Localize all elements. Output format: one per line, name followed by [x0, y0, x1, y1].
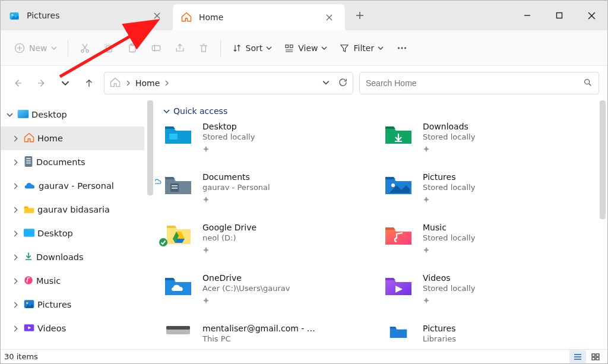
home-icon — [23, 132, 35, 145]
search-input[interactable] — [366, 78, 578, 88]
search-icon[interactable] — [583, 78, 593, 89]
qa-item-onedrive[interactable]: OneDrive Acer (C:)\Users\gaurav — [161, 273, 375, 306]
maximize-button[interactable] — [543, 1, 575, 30]
item-title: Downloads — [423, 122, 475, 131]
filter-button[interactable]: Filter — [334, 36, 388, 60]
tree-label: Desktop — [37, 229, 73, 238]
chevron-right-icon[interactable] — [10, 276, 21, 286]
close-window-button[interactable] — [575, 1, 607, 30]
svg-rect-31 — [172, 188, 178, 189]
sidebar-scrollbar[interactable] — [144, 100, 155, 349]
chevron-right-icon[interactable] — [10, 252, 21, 262]
details-view-button[interactable] — [569, 350, 586, 363]
tree-item-home[interactable]: Home — [1, 126, 155, 150]
refresh-button[interactable] — [338, 77, 348, 89]
chevron-down-icon — [51, 45, 57, 51]
filter-icon — [339, 43, 350, 53]
new-button[interactable]: New — [9, 36, 62, 60]
breadcrumb-location[interactable]: Home — [135, 78, 160, 88]
item-subtitle: Stored locally — [423, 284, 475, 293]
chevron-right-icon[interactable] — [10, 204, 21, 215]
close-icon[interactable] — [148, 7, 165, 24]
qa-item-mentaliser[interactable]: mentaliser@gmail.com - … This PC — [161, 324, 375, 343]
chevron-right-icon[interactable] — [10, 157, 21, 167]
svg-rect-20 — [26, 158, 30, 159]
forward-button[interactable] — [33, 74, 50, 92]
chevron-down-icon — [163, 108, 170, 115]
address-bar[interactable]: Home — [104, 72, 353, 94]
qa-item-music[interactable]: Music Stored locally — [381, 223, 596, 255]
divider — [220, 40, 221, 56]
svg-rect-22 — [26, 162, 30, 163]
copy-icon — [103, 42, 115, 54]
address-dropdown[interactable] — [322, 78, 330, 88]
tree-item-desktop[interactable]: Desktop — [1, 221, 155, 245]
chevron-down-icon[interactable] — [4, 109, 15, 120]
qa-item-downloads[interactable]: Downloads Stored locally — [381, 122, 596, 154]
rename-button[interactable] — [145, 36, 167, 60]
history-dropdown[interactable] — [56, 74, 74, 92]
pin-icon — [202, 246, 256, 255]
pictures-folder-icon — [381, 172, 416, 196]
search-box[interactable] — [359, 72, 599, 94]
drive-icon — [161, 324, 195, 337]
nav-row: Home — [1, 66, 607, 100]
tree-item-onedrive-personal[interactable]: gaurav - Personal — [1, 174, 155, 198]
delete-icon — [198, 42, 210, 54]
chevron-right-icon[interactable] — [10, 323, 21, 334]
tree-item-desktop[interactable]: Desktop — [1, 103, 155, 126]
item-subtitle: Libraries — [423, 334, 456, 343]
svg-rect-40 — [596, 354, 599, 356]
tree-item-downloads[interactable]: Downloads — [1, 245, 155, 269]
tab-home[interactable]: Home — [173, 4, 345, 30]
qa-item-desktop[interactable]: Desktop Stored locally — [161, 122, 375, 154]
new-tab-button[interactable] — [345, 1, 375, 30]
more-button[interactable] — [391, 36, 413, 60]
qa-item-pictures-library[interactable]: Pictures Libraries — [381, 324, 596, 343]
tree-item-user-folder[interactable]: gaurav bidasaria — [1, 198, 155, 221]
onedrive-folder-icon — [161, 273, 195, 297]
tree-item-music[interactable]: Music — [1, 269, 155, 293]
tree-item-videos[interactable]: Videos — [1, 316, 155, 340]
close-icon[interactable] — [321, 9, 337, 26]
toolbar: New Sort View Filter — [1, 30, 607, 66]
sort-icon — [232, 43, 242, 53]
tree-item-documents[interactable]: Documents — [1, 150, 155, 174]
pin-icon — [202, 195, 270, 205]
item-subtitle: neol (D:) — [202, 233, 256, 242]
chevron-right-icon[interactable] — [10, 228, 21, 239]
svg-point-14 — [401, 47, 403, 49]
back-button[interactable] — [9, 74, 27, 92]
qa-item-documents[interactable]: Documents gaurav - Personal — [161, 172, 375, 205]
item-title: Pictures — [423, 172, 475, 182]
sort-button[interactable]: Sort — [227, 36, 277, 60]
quick-access-grid: Desktop Stored locally Downloads Stored … — [161, 122, 596, 343]
qa-item-pictures[interactable]: Pictures Stored locally — [381, 172, 596, 205]
tab-pictures[interactable]: Pictures — [1, 1, 173, 30]
large-icons-view-button[interactable] — [587, 350, 604, 363]
downloads-folder-icon — [381, 122, 416, 145]
svg-point-16 — [585, 79, 590, 84]
item-subtitle: Stored locally — [202, 132, 255, 141]
share-button[interactable] — [169, 36, 191, 60]
delete-button[interactable] — [193, 36, 214, 60]
content-scrollbar[interactable] — [597, 100, 607, 349]
chevron-right-icon[interactable] — [10, 133, 21, 144]
item-subtitle: Stored locally — [423, 233, 475, 242]
chevron-right-icon[interactable] — [10, 181, 21, 191]
paste-button[interactable] — [122, 36, 143, 60]
tree-item-pictures[interactable]: Pictures — [1, 293, 155, 316]
cloud-icon — [23, 181, 36, 192]
chevron-right-icon[interactable] — [10, 299, 21, 310]
qa-item-google-drive[interactable]: Google Drive neol (D:) — [161, 223, 375, 255]
group-header-quick-access[interactable]: Quick access — [161, 102, 596, 122]
minimize-button[interactable] — [511, 1, 543, 30]
cut-button[interactable] — [74, 36, 96, 60]
qa-item-videos[interactable]: Videos Stored locally — [381, 273, 596, 306]
up-button[interactable] — [80, 74, 98, 92]
copy-button[interactable] — [98, 36, 119, 60]
divider — [68, 40, 68, 56]
view-button[interactable]: View — [279, 36, 332, 60]
pin-icon — [423, 195, 475, 205]
desktop-icon — [17, 109, 29, 121]
